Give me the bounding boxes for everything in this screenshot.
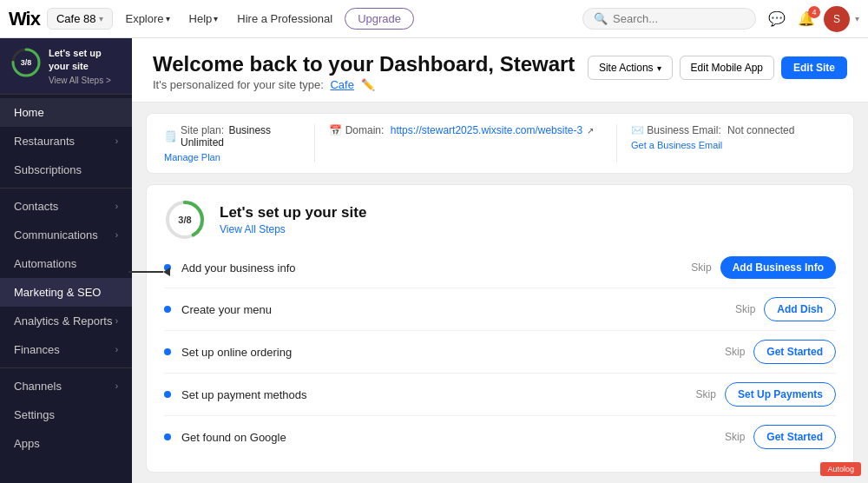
step-row: Add your business info Skip Add Business… (164, 248, 836, 288)
step-btn-0[interactable]: Add Business Info (720, 256, 836, 279)
site-name-button[interactable]: Cafe 88 ▾ (47, 8, 114, 30)
step-dot (164, 264, 171, 271)
sidebar-item-restaurants[interactable]: Restaurants › (0, 127, 132, 155)
communications-chevron-icon: › (115, 230, 118, 240)
external-link-icon: ↗ (587, 126, 594, 136)
search-input[interactable] (613, 12, 734, 25)
search-icon: 🔍 (594, 12, 608, 25)
search-bar: 🔍 (582, 8, 756, 30)
sidebar-item-contacts[interactable]: Contacts › (0, 192, 132, 221)
chat-icon[interactable]: 💬 (768, 10, 786, 27)
setup-card-title: Let's set up your site (220, 204, 366, 222)
step-skip-2[interactable]: Skip (725, 346, 745, 358)
sidebar-menu: Home Restaurants › Subscriptions Contact… (0, 95, 132, 483)
sidebar-item-apps[interactable]: Apps (0, 429, 132, 458)
avatar[interactable]: S (824, 6, 850, 32)
step-label: Set up payment methods (181, 388, 696, 401)
setup-progress-label: 3/8 (178, 215, 191, 225)
sidebar-item-finances[interactable]: Finances › (0, 335, 132, 364)
step-label: Set up online ordering (181, 346, 725, 359)
nav-help[interactable]: Help ▾ (182, 7, 226, 30)
step-btn-3[interactable]: Set Up Payments (725, 382, 836, 407)
email-status: Not connected (727, 124, 794, 136)
site-plan-icon: 🗒️ (164, 130, 177, 142)
nav-hire[interactable]: Hire a Professional (230, 7, 339, 30)
step-btn-2[interactable]: Get Started (753, 340, 836, 364)
setup-widget[interactable]: 3/8 Let's set up your site View All Step… (0, 38, 132, 95)
sidebar-item-communications[interactable]: Communications › (0, 221, 132, 249)
notification-icon[interactable]: 🔔 4 (798, 10, 815, 27)
info-bar: 🗒️ Site plan: Business Unlimited Manage … (146, 113, 854, 174)
domain-value[interactable]: https://stewart2025.wixsite.com/website-… (391, 124, 582, 136)
contacts-chevron-icon: › (115, 202, 118, 211)
wix-logo: Wix (9, 8, 40, 30)
site-type-link[interactable]: Cafe (330, 78, 353, 91)
step-dot (164, 348, 171, 355)
step-dot (164, 391, 171, 398)
progress-text: 3/8 (21, 58, 32, 67)
get-email-link[interactable]: Get a Business Email (631, 140, 836, 150)
step-row: Create your menu Skip Add Dish (164, 288, 836, 331)
domain-icon: 📅 (329, 124, 342, 136)
site-chevron-icon: ▾ (99, 14, 103, 23)
explore-chevron-icon: ▾ (166, 14, 170, 23)
nav-explore[interactable]: Explore ▾ (118, 7, 176, 30)
site-actions-button[interactable]: Site Actions ▾ (588, 56, 673, 80)
sidebar-item-analytics[interactable]: Analytics & Reports › (0, 307, 132, 335)
sidebar-item-automations[interactable]: Automations (0, 249, 132, 278)
edit-site-button[interactable]: Edit Site (781, 56, 847, 79)
site-plan-label-row: 🗒️ Site plan: Business Unlimited (164, 124, 300, 149)
domain-label-row: 📅 Domain: https://stewart2025.wixsite.co… (329, 124, 602, 136)
sidebar-item-settings[interactable]: Settings (0, 400, 132, 429)
step-row: Get found on Google Skip Get Started (164, 416, 836, 458)
site-actions-chevron-icon: ▾ (657, 63, 661, 73)
avatar-chevron-icon: ▾ (855, 14, 859, 23)
manage-plan-link[interactable]: Manage Plan (164, 152, 300, 162)
channels-chevron-icon: › (115, 381, 118, 391)
upgrade-button[interactable]: Upgrade (345, 8, 414, 30)
edit-mobile-button[interactable]: Edit Mobile App (680, 56, 774, 80)
steps-list: Add your business info Skip Add Business… (164, 248, 836, 458)
sidebar: 3/8 Let's set up your site View All Step… (0, 38, 132, 483)
step-dot (164, 306, 171, 313)
step-label: Add your business info (181, 261, 691, 275)
step-dot (164, 433, 171, 440)
dashboard-header: Welcome back to your Dashboard, Stewart … (132, 38, 868, 103)
email-label-row: ✉️ Business Email: Not connected (631, 124, 836, 136)
main-content: Welcome back to your Dashboard, Stewart … (132, 38, 868, 483)
view-all-steps-link[interactable]: View All Steps (220, 223, 366, 235)
site-plan-label: Site plan: Business Unlimited (181, 124, 300, 149)
sidebar-item-marketing[interactable]: Marketing & SEO (0, 278, 132, 307)
edit-site-type-icon[interactable]: ✏️ (361, 78, 375, 91)
help-chevron-icon: ▾ (214, 14, 218, 23)
sidebar-item-home[interactable]: Home (0, 98, 132, 127)
setup-widget-title: Let's set up your site (49, 47, 122, 74)
step-skip-3[interactable]: Skip (696, 388, 716, 400)
dashboard-actions: Site Actions ▾ Edit Mobile App Edit Site (588, 56, 847, 80)
step-row: Set up payment methods Skip Set Up Payme… (164, 374, 836, 416)
step-label: Get found on Google (181, 431, 725, 444)
setup-card: 3/8 Let's set up your site View All Step… (146, 184, 854, 473)
step-skip-1[interactable]: Skip (735, 303, 755, 315)
sidebar-item-channels[interactable]: Channels › (0, 372, 132, 400)
step-btn-4[interactable]: Get Started (753, 425, 836, 449)
top-nav: Wix Cafe 88 ▾ Explore ▾ Help ▾ Hire a Pr… (0, 0, 868, 38)
setup-card-header: 3/8 Let's set up your site View All Step… (164, 199, 836, 241)
view-all-steps-link[interactable]: View All Steps > (49, 76, 122, 85)
restaurants-chevron-icon: › (115, 136, 118, 146)
step-row: Set up online ordering Skip Get Started (164, 331, 836, 374)
email-icon: ✉️ (631, 124, 644, 136)
notification-badge: 4 (808, 6, 820, 18)
finances-chevron-icon: › (115, 345, 118, 354)
step-skip-0[interactable]: Skip (691, 261, 711, 274)
step-skip-4[interactable]: Skip (725, 431, 745, 443)
dashboard-subtitle: It's personalized for your site type: Ca… (153, 78, 575, 91)
dashboard-title: Welcome back to your Dashboard, Stewart (153, 52, 575, 76)
site-name-label: Cafe 88 (56, 12, 96, 25)
step-btn-1[interactable]: Add Dish (764, 297, 836, 321)
domain-section: 📅 Domain: https://stewart2025.wixsite.co… (329, 124, 602, 136)
step-label: Create your menu (181, 303, 735, 316)
site-plan-section: 🗒️ Site plan: Business Unlimited Manage … (164, 124, 300, 162)
sidebar-item-subscriptions[interactable]: Subscriptions (0, 155, 132, 184)
email-section: ✉️ Business Email: Not connected Get a B… (631, 124, 836, 150)
